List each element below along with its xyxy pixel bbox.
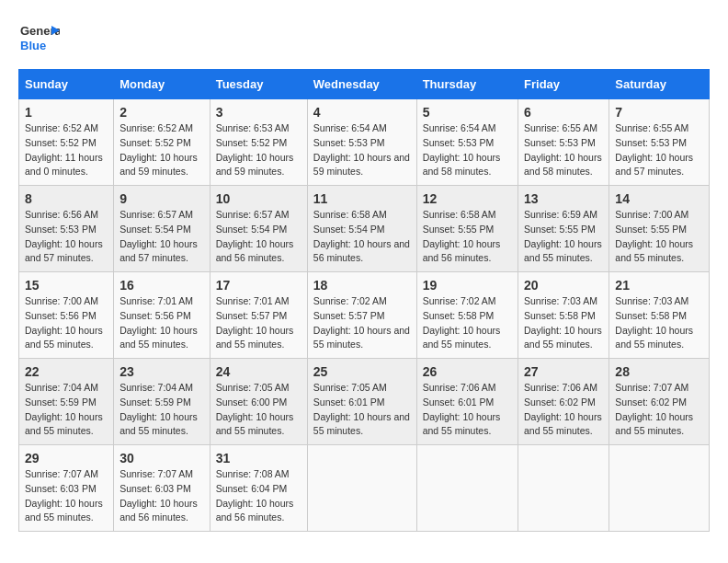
calendar-cell: 19Sunrise: 7:02 AMSunset: 5:58 PMDayligh… (416, 272, 518, 359)
calendar-week-row: 15Sunrise: 7:00 AMSunset: 5:56 PMDayligh… (19, 272, 710, 359)
day-info: Sunrise: 7:06 AMSunset: 6:01 PMDaylight:… (423, 381, 512, 439)
day-number: 31 (216, 451, 301, 465)
day-info: Sunrise: 7:05 AMSunset: 6:01 PMDaylight:… (313, 381, 411, 439)
day-number: 25 (313, 364, 411, 379)
calendar-week-row: 1Sunrise: 6:52 AMSunset: 5:52 PMDaylight… (19, 99, 710, 186)
day-info: Sunrise: 6:59 AMSunset: 5:55 PMDaylight:… (524, 208, 603, 266)
calendar-cell: 30Sunrise: 7:07 AMSunset: 6:03 PMDayligh… (114, 445, 210, 532)
day-info: Sunrise: 7:02 AMSunset: 5:57 PMDaylight:… (313, 294, 411, 352)
day-info: Sunrise: 6:58 AMSunset: 5:54 PMDaylight:… (313, 208, 411, 266)
day-number: 29 (25, 451, 108, 465)
day-number: 26 (423, 364, 512, 379)
day-info: Sunrise: 7:00 AMSunset: 5:56 PMDaylight:… (25, 294, 108, 352)
calendar-cell: 11Sunrise: 6:58 AMSunset: 5:54 PMDayligh… (307, 186, 416, 272)
calendar-cell (518, 445, 609, 532)
day-header-monday: Monday (114, 70, 210, 99)
day-number: 18 (313, 278, 411, 293)
day-info: Sunrise: 7:01 AMSunset: 5:57 PMDaylight:… (216, 294, 301, 352)
day-info: Sunrise: 7:01 AMSunset: 5:56 PMDaylight:… (119, 294, 204, 352)
logo-container: General Blue (18, 18, 60, 60)
calendar-cell: 9Sunrise: 6:57 AMSunset: 5:54 PMDaylight… (114, 186, 210, 272)
logo-svg: General Blue (18, 18, 60, 60)
day-number: 3 (216, 105, 301, 120)
day-number: 23 (119, 364, 204, 379)
calendar-cell: 23Sunrise: 7:04 AMSunset: 5:59 PMDayligh… (114, 359, 210, 445)
day-info: Sunrise: 6:52 AMSunset: 5:52 PMDaylight:… (25, 121, 108, 179)
calendar-week-row: 22Sunrise: 7:04 AMSunset: 5:59 PMDayligh… (19, 359, 710, 445)
day-info: Sunrise: 7:07 AMSunset: 6:03 PMDaylight:… (119, 467, 204, 525)
day-number: 8 (25, 191, 108, 206)
day-info: Sunrise: 7:00 AMSunset: 5:55 PMDaylight:… (615, 208, 703, 266)
logo: General Blue (18, 18, 60, 60)
day-number: 1 (25, 105, 108, 120)
day-info: Sunrise: 6:52 AMSunset: 5:52 PMDaylight:… (119, 121, 204, 179)
day-info: Sunrise: 7:06 AMSunset: 6:02 PMDaylight:… (524, 381, 603, 439)
calendar-cell: 18Sunrise: 7:02 AMSunset: 5:57 PMDayligh… (307, 272, 416, 359)
day-info: Sunrise: 6:58 AMSunset: 5:55 PMDaylight:… (423, 208, 512, 266)
day-number: 10 (216, 191, 301, 206)
calendar-cell: 10Sunrise: 6:57 AMSunset: 5:54 PMDayligh… (210, 186, 307, 272)
calendar-header-row: SundayMondayTuesdayWednesdayThursdayFrid… (19, 70, 710, 99)
calendar-cell: 20Sunrise: 7:03 AMSunset: 5:58 PMDayligh… (518, 272, 609, 359)
calendar-cell: 3Sunrise: 6:53 AMSunset: 5:52 PMDaylight… (210, 99, 307, 186)
day-number: 4 (313, 105, 411, 120)
day-number: 20 (524, 278, 603, 293)
calendar-cell: 21Sunrise: 7:03 AMSunset: 5:58 PMDayligh… (609, 272, 710, 359)
calendar-cell: 8Sunrise: 6:56 AMSunset: 5:53 PMDaylight… (19, 186, 114, 272)
day-info: Sunrise: 7:04 AMSunset: 5:59 PMDaylight:… (25, 381, 108, 439)
day-number: 6 (524, 105, 603, 120)
calendar-cell: 27Sunrise: 7:06 AMSunset: 6:02 PMDayligh… (518, 359, 609, 445)
calendar-cell: 5Sunrise: 6:54 AMSunset: 5:53 PMDaylight… (416, 99, 518, 186)
day-number: 11 (313, 191, 411, 206)
calendar-cell (609, 445, 710, 532)
day-info: Sunrise: 7:03 AMSunset: 5:58 PMDaylight:… (615, 294, 703, 352)
calendar-week-row: 29Sunrise: 7:07 AMSunset: 6:03 PMDayligh… (19, 445, 710, 532)
day-header-friday: Friday (518, 70, 609, 99)
day-number: 13 (524, 191, 603, 206)
day-info: Sunrise: 7:02 AMSunset: 5:58 PMDaylight:… (423, 294, 512, 352)
day-header-saturday: Saturday (609, 70, 710, 99)
calendar-cell: 14Sunrise: 7:00 AMSunset: 5:55 PMDayligh… (609, 186, 710, 272)
day-header-tuesday: Tuesday (210, 70, 307, 99)
day-info: Sunrise: 6:53 AMSunset: 5:52 PMDaylight:… (216, 121, 301, 179)
day-number: 5 (423, 105, 512, 120)
day-number: 2 (119, 105, 204, 120)
day-number: 14 (615, 191, 703, 206)
calendar-cell: 29Sunrise: 7:07 AMSunset: 6:03 PMDayligh… (19, 445, 114, 532)
day-number: 16 (119, 278, 204, 293)
day-info: Sunrise: 7:08 AMSunset: 6:04 PMDaylight:… (216, 467, 301, 525)
calendar-cell: 17Sunrise: 7:01 AMSunset: 5:57 PMDayligh… (210, 272, 307, 359)
calendar-cell: 1Sunrise: 6:52 AMSunset: 5:52 PMDaylight… (19, 99, 114, 186)
day-number: 21 (615, 278, 703, 293)
day-number: 24 (216, 364, 301, 379)
day-number: 12 (423, 191, 512, 206)
day-info: Sunrise: 6:55 AMSunset: 5:53 PMDaylight:… (524, 121, 603, 179)
calendar-cell: 28Sunrise: 7:07 AMSunset: 6:02 PMDayligh… (609, 359, 710, 445)
svg-text:Blue: Blue (20, 39, 46, 52)
page-header: General Blue (18, 18, 710, 60)
calendar-cell: 26Sunrise: 7:06 AMSunset: 6:01 PMDayligh… (416, 359, 518, 445)
day-info: Sunrise: 7:04 AMSunset: 5:59 PMDaylight:… (119, 381, 204, 439)
day-info: Sunrise: 7:07 AMSunset: 6:02 PMDaylight:… (615, 381, 703, 439)
day-number: 19 (423, 278, 512, 293)
day-number: 22 (25, 364, 108, 379)
calendar-week-row: 8Sunrise: 6:56 AMSunset: 5:53 PMDaylight… (19, 186, 710, 272)
calendar-cell: 13Sunrise: 6:59 AMSunset: 5:55 PMDayligh… (518, 186, 609, 272)
calendar-cell: 12Sunrise: 6:58 AMSunset: 5:55 PMDayligh… (416, 186, 518, 272)
calendar-cell: 7Sunrise: 6:55 AMSunset: 5:53 PMDaylight… (609, 99, 710, 186)
day-header-thursday: Thursday (416, 70, 518, 99)
day-info: Sunrise: 6:55 AMSunset: 5:53 PMDaylight:… (615, 121, 703, 179)
day-info: Sunrise: 6:57 AMSunset: 5:54 PMDaylight:… (216, 208, 301, 266)
calendar-cell: 4Sunrise: 6:54 AMSunset: 5:53 PMDaylight… (307, 99, 416, 186)
day-info: Sunrise: 7:05 AMSunset: 6:00 PMDaylight:… (216, 381, 301, 439)
day-info: Sunrise: 7:07 AMSunset: 6:03 PMDaylight:… (25, 467, 108, 525)
day-header-wednesday: Wednesday (307, 70, 416, 99)
day-info: Sunrise: 6:57 AMSunset: 5:54 PMDaylight:… (119, 208, 204, 266)
day-info: Sunrise: 6:54 AMSunset: 5:53 PMDaylight:… (313, 121, 411, 179)
calendar-cell: 2Sunrise: 6:52 AMSunset: 5:52 PMDaylight… (114, 99, 210, 186)
day-number: 9 (119, 191, 204, 206)
calendar-cell: 25Sunrise: 7:05 AMSunset: 6:01 PMDayligh… (307, 359, 416, 445)
calendar-cell (307, 445, 416, 532)
calendar-table: SundayMondayTuesdayWednesdayThursdayFrid… (18, 69, 710, 532)
day-number: 15 (25, 278, 108, 293)
